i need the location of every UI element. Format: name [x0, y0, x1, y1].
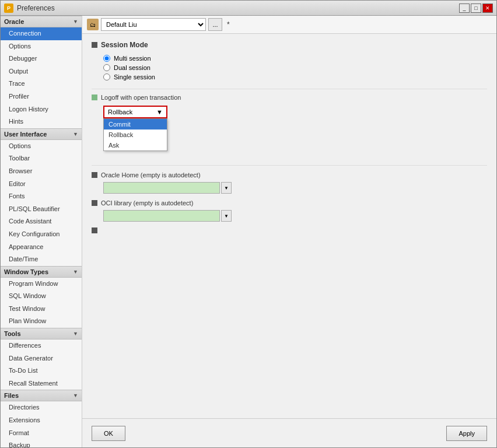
- logoff-green-square: [92, 94, 97, 100]
- radio-dual-session-input[interactable]: [103, 64, 110, 71]
- sidebar-item-output[interactable]: Output: [1, 65, 82, 78]
- content-area: Oracle ▼ Connection Options Debugger Out…: [1, 16, 496, 447]
- files-section-label: Files: [4, 392, 19, 399]
- radio-single-session-input[interactable]: [103, 74, 110, 80]
- oci-library-input[interactable]: [103, 210, 220, 222]
- window-types-arrow-icon: ▼: [73, 269, 78, 275]
- oci-library-section: OCI library (empty is autodetect) ▼: [92, 200, 487, 222]
- close-button[interactable]: ✕: [482, 4, 493, 13]
- radio-multi-session-input[interactable]: [103, 55, 110, 62]
- sidebar-item-extensions[interactable]: Extensions: [1, 414, 82, 427]
- radio-multi-session[interactable]: Multi session: [103, 55, 487, 62]
- radio-dual-session[interactable]: Dual session: [103, 64, 487, 71]
- sidebar-item-date-time[interactable]: Date/Time: [1, 253, 82, 266]
- sidebar-item-trace[interactable]: Trace: [1, 78, 82, 90]
- sidebar-section-oracle[interactable]: Oracle ▼: [1, 16, 82, 27]
- ellipsis-button[interactable]: ...: [208, 18, 222, 31]
- extra-row: [92, 228, 487, 233]
- oci-library-square: [92, 200, 97, 206]
- sidebar-item-sql-window[interactable]: SQL Window: [1, 290, 82, 303]
- sidebar-item-plan-window[interactable]: Plan Window: [1, 315, 82, 328]
- star-icon: *: [227, 20, 230, 29]
- dropdown-item-rollback[interactable]: Rollback: [104, 130, 167, 140]
- session-mode-label: Session Mode: [101, 41, 148, 49]
- radio-dual-session-label: Dual session: [114, 64, 150, 71]
- rollback-select-display[interactable]: Rollback ▼: [103, 106, 167, 118]
- rollback-dropdown-arrow: ▼: [156, 108, 163, 116]
- sidebar-item-appearance[interactable]: Appearance: [1, 241, 82, 254]
- rollback-dropdown-container: Rollback ▼ Commit Rollback Ask: [92, 106, 167, 118]
- oracle-home-label-row: Oracle Home (empty is autodetect): [92, 172, 487, 178]
- sidebar-item-differences[interactable]: Differences: [1, 340, 82, 352]
- settings-body: Session Mode Multi session Dual session …: [82, 34, 496, 418]
- oracle-arrow-icon: ▼: [73, 19, 78, 24]
- logoff-label: Logoff with open transaction: [101, 94, 181, 101]
- sidebar-item-logon-history[interactable]: Logon History: [1, 103, 82, 116]
- minimize-button[interactable]: _: [459, 4, 470, 13]
- oracle-home-section: Oracle Home (empty is autodetect) ▼: [92, 172, 487, 194]
- user-interface-section-label: User Interface: [4, 131, 47, 138]
- oracle-home-square: [92, 172, 97, 178]
- window-types-section-label: Window Types: [4, 268, 48, 275]
- sidebar-item-recall-statement[interactable]: Recall Statement: [1, 377, 82, 390]
- sidebar-item-plsql-beautifier[interactable]: PL/SQL Beautifier: [1, 203, 82, 216]
- divider-1: [92, 89, 487, 89]
- sidebar-item-todo-list[interactable]: To-Do List: [1, 365, 82, 377]
- radio-single-session[interactable]: Single session: [103, 74, 487, 80]
- oci-library-label-row: OCI library (empty is autodetect): [92, 200, 487, 206]
- extra-square: [92, 228, 97, 233]
- user-interface-arrow-icon: ▼: [73, 131, 78, 137]
- title-bar-left: P Preferences: [4, 4, 55, 13]
- apply-button[interactable]: Apply: [446, 426, 487, 441]
- sidebar-item-profiler[interactable]: Profiler: [1, 90, 82, 103]
- sidebar-item-data-generator[interactable]: Data Generator: [1, 352, 82, 365]
- dropdown-item-ask[interactable]: Ask: [104, 140, 167, 150]
- oracle-home-label: Oracle Home (empty is autodetect): [101, 172, 201, 178]
- dropdown-item-commit[interactable]: Commit: [104, 119, 167, 130]
- sidebar-item-toolbar[interactable]: Toolbar: [1, 152, 82, 165]
- sidebar-item-hints[interactable]: Hints: [1, 116, 82, 128]
- sidebar-item-test-window[interactable]: Test Window: [1, 303, 82, 316]
- oci-library-dropdown-btn[interactable]: ▼: [221, 210, 232, 222]
- rollback-dropdown-menu: Commit Rollback Ask: [103, 118, 167, 151]
- sidebar-item-key-configuration[interactable]: Key Configuration: [1, 228, 82, 241]
- sidebar-item-debugger[interactable]: Debugger: [1, 52, 82, 65]
- sidebar-item-fonts[interactable]: Fonts: [1, 190, 82, 203]
- radio-single-session-label: Single session: [114, 74, 155, 80]
- sidebar-section-user-interface[interactable]: User Interface ▼: [1, 128, 82, 140]
- sidebar-item-code-assistant[interactable]: Code Assistant: [1, 215, 82, 228]
- sidebar-item-backup[interactable]: Backup: [1, 439, 82, 447]
- sidebar-section-window-types[interactable]: Window Types ▼: [1, 266, 82, 278]
- tools-section-label: Tools: [4, 330, 21, 337]
- sidebar-item-program-window[interactable]: Program Window: [1, 278, 82, 290]
- sidebar-item-format[interactable]: Format: [1, 427, 82, 440]
- session-mode-title: Session Mode: [92, 41, 487, 49]
- oci-library-input-row: ▼: [103, 210, 487, 222]
- oracle-home-dropdown-btn[interactable]: ▼: [221, 182, 232, 194]
- left-buttons: OK: [92, 426, 125, 441]
- window-title: Preferences: [17, 4, 55, 12]
- oracle-section-label: Oracle: [4, 18, 24, 25]
- main-panel: 🗂 Default Liu ... * Session Mode Multi: [82, 16, 496, 447]
- oracle-home-input-row: ▼: [103, 182, 487, 194]
- maximize-button[interactable]: □: [471, 4, 481, 13]
- sidebar-section-files[interactable]: Files ▼: [1, 390, 82, 401]
- preferences-window: P Preferences _ □ ✕ Oracle ▼ Connection …: [0, 0, 497, 448]
- ok-button[interactable]: OK: [92, 426, 125, 441]
- oci-library-label: OCI library (empty is autodetect): [101, 200, 193, 206]
- oracle-home-input[interactable]: [103, 182, 220, 194]
- sidebar-item-editor[interactable]: Editor: [1, 178, 82, 191]
- sidebar-item-directories[interactable]: Directories: [1, 401, 82, 414]
- toolbar-row: 🗂 Default Liu ... *: [82, 16, 496, 34]
- sidebar-item-options-oracle[interactable]: Options: [1, 40, 82, 53]
- sidebar: Oracle ▼ Connection Options Debugger Out…: [1, 16, 82, 447]
- sidebar-item-connection[interactable]: Connection: [1, 27, 82, 40]
- sidebar-item-browser[interactable]: Browser: [1, 165, 82, 178]
- divider-2: [92, 165, 487, 166]
- title-bar: P Preferences _ □ ✕: [1, 1, 496, 16]
- sidebar-item-options-ui[interactable]: Options: [1, 140, 82, 153]
- profile-select[interactable]: Default Liu: [101, 18, 206, 31]
- session-mode-square: [92, 42, 97, 48]
- sidebar-section-tools[interactable]: Tools ▼: [1, 328, 82, 340]
- session-mode-radio-group: Multi session Dual session Single sessio…: [103, 55, 487, 80]
